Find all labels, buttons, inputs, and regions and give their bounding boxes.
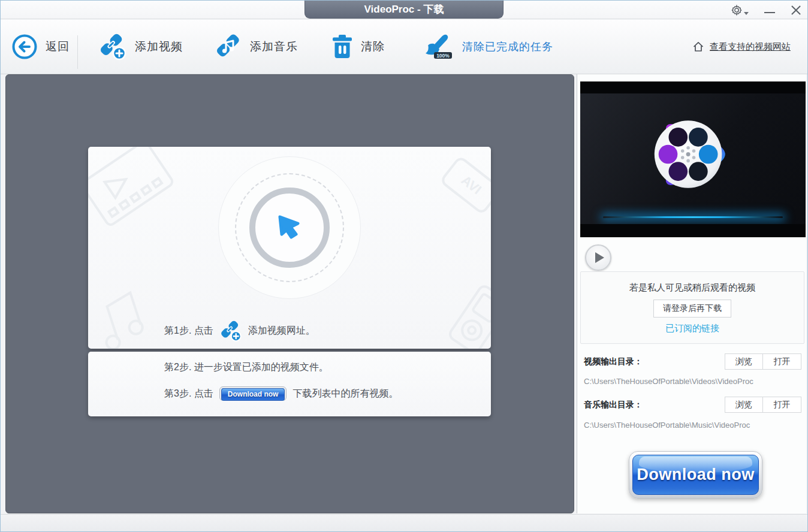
add-video-icon <box>219 320 242 342</box>
chevron-down-icon <box>744 12 749 15</box>
glow-line <box>603 216 783 218</box>
toolbar-divider <box>77 35 78 69</box>
supported-sites-link[interactable]: 查看支持的视频网站 <box>692 20 791 74</box>
cursor-icon <box>276 214 303 241</box>
back-button[interactable]: 返回 <box>11 20 70 74</box>
add-video-button[interactable]: 添加视频 <box>98 20 183 74</box>
add-video-icon <box>98 33 127 61</box>
steps-card: 第2步. 进一步设置已添加的视频文件。 第3步. 点击 Download now… <box>88 352 491 416</box>
svg-text:100%: 100% <box>436 53 450 59</box>
step1-row: 第1步. 点击 添加视频网址。 <box>164 320 315 342</box>
add-music-button[interactable]: 添加音乐 <box>215 20 298 74</box>
login-button[interactable]: 请登录后再下载 <box>653 300 731 318</box>
private-video-notice: 若是私人可见或稍后观看的视频 <box>581 282 804 294</box>
music-note-icon <box>89 285 155 349</box>
music-browse-button[interactable]: 浏览 <box>725 397 763 413</box>
empty-state-card: AVI 第1步. 点击 <box>88 147 491 349</box>
step1-suffix: 添加视频网址。 <box>248 325 315 337</box>
login-notice-box: 若是私人可见或稍后观看的视频 请登录后再下载 已订阅的链接 <box>580 271 804 344</box>
download-list-area: AVI 第1步. 点击 <box>5 74 574 513</box>
right-panel: 若是私人可见或稍后观看的视频 请登录后再下载 已订阅的链接 视频输出目录： 浏览… <box>577 74 806 513</box>
status-bar <box>1 514 807 532</box>
play-icon <box>595 252 604 263</box>
clear-button[interactable]: 清除 <box>331 20 385 74</box>
music-open-button[interactable]: 打开 <box>763 397 801 413</box>
clear-finished-button[interactable]: 100% 清除已完成的任务 <box>422 20 553 74</box>
toolbar: 返回 添加视频 添加音乐 <box>1 20 807 74</box>
download-now-inner: Download now <box>632 455 759 495</box>
add-url-target[interactable] <box>249 188 330 268</box>
video-browse-button[interactable]: 浏览 <box>725 353 763 370</box>
add-music-icon <box>215 34 242 60</box>
video-output-row: 视频输出目录： 浏览 打开 <box>584 353 801 370</box>
video-preview[interactable] <box>580 81 806 237</box>
avi-file-icon: AVI <box>433 147 491 228</box>
play-button[interactable] <box>585 244 611 271</box>
film-clip-icon <box>88 147 185 240</box>
step2-row: 第2步. 进一步设置已添加的视频文件。 <box>164 361 328 374</box>
step3-prefix: 第3步. 点击 <box>164 388 213 400</box>
svg-text:AVI: AVI <box>459 173 484 197</box>
download-now-button[interactable]: Download now <box>629 451 762 498</box>
minimize-button[interactable] <box>764 12 775 13</box>
step2-text: 第2步. 进一步设置已添加的视频文件。 <box>164 361 328 374</box>
gear-icon <box>731 4 743 16</box>
music-output-row: 音乐输出目录： 浏览 打开 <box>584 397 801 413</box>
video-output-label: 视频输出目录： <box>584 356 725 367</box>
titlebar: VideoProc - 下载 <box>1 1 807 19</box>
step3-suffix: 下载列表中的所有视频。 <box>293 388 398 400</box>
videoproc-logo <box>646 107 740 204</box>
window-title: VideoProc - 下载 <box>304 1 504 19</box>
video-output-path: C:\Users\TheHouseOfPortable\Videos\Video… <box>584 377 753 386</box>
brush-icon: 100% <box>422 32 454 61</box>
window-controls <box>731 1 801 19</box>
video-open-button[interactable]: 打开 <box>763 353 801 370</box>
media-player-icon <box>445 282 491 349</box>
home-icon <box>692 41 704 53</box>
music-output-path: C:\Users\TheHouseOfPortable\Music\VideoP… <box>584 421 750 430</box>
back-icon <box>11 34 38 60</box>
subscribed-links[interactable]: 已订阅的链接 <box>581 323 804 334</box>
download-now-mini-button[interactable]: Download now <box>219 386 287 401</box>
step1-prefix: 第1步. 点击 <box>164 325 213 337</box>
settings-button[interactable] <box>731 4 749 16</box>
step3-row: 第3步. 点击 Download now 下载列表中的所有视频。 <box>164 386 398 401</box>
music-output-label: 音乐输出目录： <box>584 400 725 410</box>
trash-icon <box>331 34 353 59</box>
close-button[interactable] <box>791 5 801 16</box>
supported-sites-label: 查看支持的视频网站 <box>710 41 791 53</box>
